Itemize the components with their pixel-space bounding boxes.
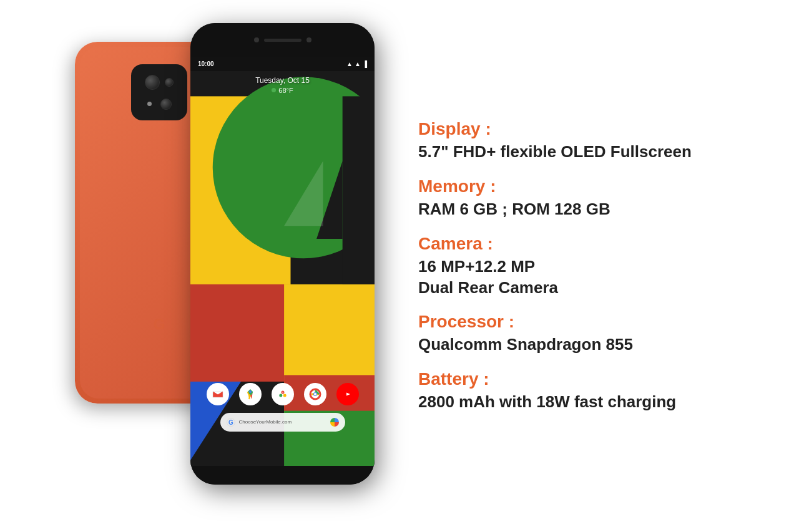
main-container: G <box>0 0 799 532</box>
display-value: 5.7" FHD+ flexible OLED Fullscreen <box>418 142 730 163</box>
app-photos-icon[interactable] <box>272 383 294 405</box>
weather-dot <box>272 88 276 92</box>
camera-module <box>131 64 187 120</box>
google-logo: G <box>148 314 170 336</box>
mic-icon[interactable] <box>330 418 339 427</box>
battery-icon: ▐ <box>363 60 367 67</box>
speaker-grille <box>264 39 301 42</box>
camera-label: Camera : <box>418 234 730 254</box>
phones-section: G <box>69 23 381 510</box>
camera-bottom-row <box>147 99 172 110</box>
svg-rect-8 <box>343 96 375 284</box>
signal-icon: ▲ <box>346 60 353 67</box>
display-label: Display : <box>418 119 730 139</box>
status-time: 10:00 <box>198 60 214 67</box>
status-bar: 10:00 ▲ ▲ ▐ <box>190 57 375 71</box>
lock-screen-info: Tuesday, Oct 15 68°F <box>190 76 375 94</box>
svg-point-16 <box>249 390 252 393</box>
search-bar[interactable]: G ChooseYourMobile.com <box>220 413 345 432</box>
camera-spec: Camera : 16 MP+12.2 MP Dual Rear Camera <box>418 234 730 299</box>
processor-spec: Processor : Qualcomm Snapdragon 855 <box>418 312 730 355</box>
svg-point-21 <box>282 392 283 393</box>
svg-point-17 <box>275 387 290 402</box>
dock-apps <box>207 383 359 405</box>
front-camera <box>254 37 259 42</box>
battery-spec: Battery : 2800 mAh with 18W fast chargin… <box>418 369 730 413</box>
camera-top-row <box>145 75 174 90</box>
app-chrome-icon[interactable] <box>304 383 326 405</box>
svg-point-25 <box>314 393 316 395</box>
app-gmail-icon[interactable] <box>207 383 229 405</box>
wifi-icon: ▲ <box>355 60 361 67</box>
sensor <box>306 37 311 42</box>
lock-date: Tuesday, Oct 15 <box>190 76 375 85</box>
phone-screen: 10:00 ▲ ▲ ▐ Tuesday, Oct 15 68°F <box>190 57 375 466</box>
svg-text:G: G <box>154 316 165 332</box>
svg-rect-13 <box>210 387 225 402</box>
processor-value: Qualcomm Snapdragon 855 <box>418 334 730 355</box>
lock-temp: 68°F <box>190 87 375 94</box>
svg-rect-6 <box>190 284 290 381</box>
battery-value: 2800 mAh with 18W fast charging <box>418 392 730 413</box>
memory-value: RAM 6 GB ; ROM 128 GB <box>418 199 730 220</box>
phone-bottom-bezel <box>190 466 375 485</box>
status-icons: ▲ ▲ ▐ <box>346 60 367 67</box>
svg-text:G: G <box>228 419 233 426</box>
search-bar-text: ChooseYourMobile.com <box>239 419 326 425</box>
secondary-camera-lens <box>165 78 174 87</box>
specs-section: Display : 5.7" FHD+ flexible OLED Fullsc… <box>418 119 730 413</box>
svg-point-19 <box>283 394 286 397</box>
third-camera-lens <box>160 99 172 110</box>
phone-dock: G ChooseYourMobile.com <box>190 383 375 432</box>
app-maps-icon[interactable] <box>239 383 262 405</box>
battery-label: Battery : <box>418 369 730 389</box>
phone-front: 10:00 ▲ ▲ ▐ Tuesday, Oct 15 68°F <box>190 23 375 485</box>
main-camera-lens <box>145 75 160 90</box>
display-spec: Display : 5.7" FHD+ flexible OLED Fullsc… <box>418 119 730 163</box>
processor-label: Processor : <box>418 312 730 332</box>
phone-top-bezel <box>190 23 375 57</box>
camera-value: 16 MP+12.2 MP Dual Rear Camera <box>418 256 730 299</box>
temperature: 68°F <box>278 87 293 94</box>
flash-dot <box>147 102 152 106</box>
memory-spec: Memory : RAM 6 GB ; ROM 128 GB <box>418 177 730 220</box>
svg-point-20 <box>279 394 282 397</box>
app-youtube-icon[interactable] <box>336 383 359 405</box>
memory-label: Memory : <box>418 177 730 196</box>
